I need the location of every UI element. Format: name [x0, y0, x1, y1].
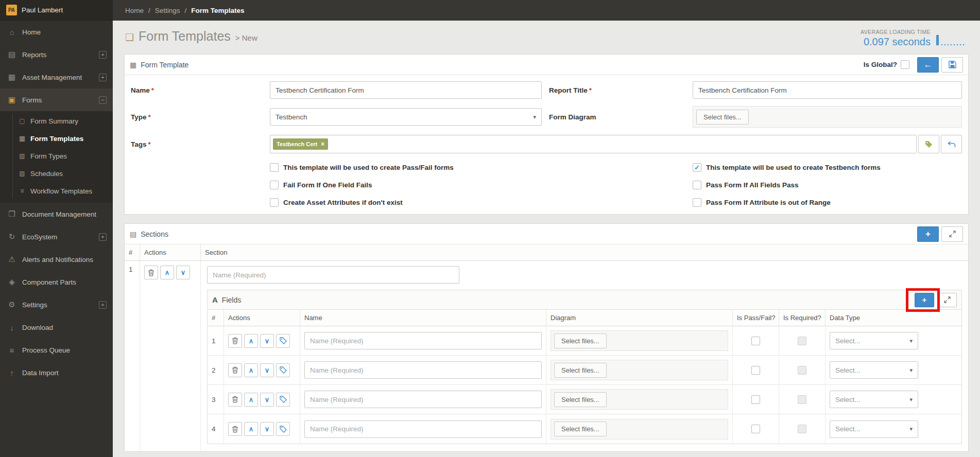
undo-button[interactable]: [941, 135, 962, 153]
sidebar-item-forms[interactable]: ▣ Forms −: [0, 89, 113, 111]
option-pass-form-all-fields[interactable]: Pass Form If All Fields Pass: [693, 181, 962, 189]
expand-icon[interactable]: +: [99, 74, 107, 81]
tags-input[interactable]: Testbench Cert ×: [270, 135, 917, 153]
sidebar-item-workflow-templates[interactable]: ≡ Workflow Templates: [0, 182, 113, 200]
select-files-button[interactable]: Select files...: [554, 363, 607, 378]
field-name-input[interactable]: [304, 420, 542, 438]
select-files-button[interactable]: Select files...: [554, 392, 607, 407]
move-section-up-button[interactable]: ∧: [160, 266, 174, 279]
sidebar-item-data-import[interactable]: ↑ Data Import: [0, 361, 113, 384]
move-field-up-button[interactable]: ∧: [244, 422, 258, 436]
move-field-down-button[interactable]: ∨: [260, 363, 274, 377]
is-global-checkbox[interactable]: [901, 60, 909, 69]
is-required-checkbox[interactable]: [798, 425, 806, 433]
name-field[interactable]: [270, 81, 542, 99]
sidebar-item-settings[interactable]: ⚙ Settings +: [0, 293, 113, 316]
breadcrumb-settings[interactable]: Settings: [155, 7, 180, 14]
expand-fields-button[interactable]: [937, 293, 957, 307]
manage-tags-button[interactable]: [918, 135, 939, 153]
is-required-checkbox[interactable]: [798, 366, 806, 375]
field-name-input[interactable]: [304, 361, 542, 379]
data-type-value: Select...: [835, 337, 861, 345]
option-label: Fail Form If One Field Fails: [283, 181, 372, 189]
data-type-value: Select...: [835, 366, 861, 374]
is-pass-fail-checkbox[interactable]: [751, 337, 760, 345]
checkbox[interactable]: [270, 163, 279, 172]
sidebar-item-ecosystem[interactable]: ↻ EcoSystem +: [0, 225, 113, 248]
move-field-up-button[interactable]: ∧: [244, 334, 258, 348]
gear-icon: ⚙: [7, 300, 16, 309]
user-menu[interactable]: PA Paul Lambert: [0, 0, 113, 21]
delete-field-button[interactable]: [228, 422, 242, 436]
delete-section-button[interactable]: [144, 266, 158, 279]
section-name-input[interactable]: [207, 266, 459, 284]
move-field-down-button[interactable]: ∨: [260, 393, 274, 407]
sidebar-item-component-parts[interactable]: ◈ Component Parts: [0, 271, 113, 293]
save-button[interactable]: [941, 57, 963, 73]
select-files-button[interactable]: Select files...: [554, 421, 607, 436]
data-type-dropdown[interactable]: Select...▾: [830, 361, 918, 379]
option-create-asset-attributes[interactable]: Create Asset Attributes if don't exist: [270, 198, 542, 207]
delete-field-button[interactable]: [228, 363, 242, 377]
option-fail-form-one-field[interactable]: Fail Form If One Field Fails: [270, 181, 542, 189]
sidebar-item-document-management[interactable]: ❐ Document Management: [0, 203, 113, 225]
sidebar-item-download[interactable]: ↓ Download: [0, 316, 113, 339]
select-files-button[interactable]: Select files...: [696, 110, 749, 125]
is-pass-fail-checkbox[interactable]: [751, 366, 760, 375]
move-section-down-button[interactable]: ∨: [176, 266, 190, 279]
data-type-dropdown[interactable]: Select...▾: [830, 420, 918, 438]
select-files-button[interactable]: Select files...: [554, 333, 607, 348]
tag-remove-icon[interactable]: ×: [321, 140, 324, 148]
expand-sections-button[interactable]: [941, 226, 963, 242]
is-pass-fail-checkbox[interactable]: [751, 395, 760, 404]
option-testbench-forms[interactable]: This template will be used to create Tes…: [693, 163, 962, 172]
checkbox[interactable]: [693, 163, 701, 172]
data-type-dropdown[interactable]: Select...▾: [830, 332, 918, 349]
expand-icon[interactable]: +: [99, 51, 107, 59]
collapse-icon[interactable]: −: [99, 96, 107, 104]
data-type-dropdown[interactable]: Select...▾: [830, 391, 918, 408]
checkbox[interactable]: [693, 198, 701, 207]
sidebar-item-process-queue[interactable]: ≡ Process Queue: [0, 339, 113, 361]
chevron-down-icon: ∨: [181, 269, 186, 276]
data-type-value: Select...: [835, 396, 861, 403]
is-pass-fail-checkbox[interactable]: [751, 425, 760, 433]
move-field-up-button[interactable]: ∧: [244, 363, 258, 377]
tag-chip[interactable]: Testbench Cert ×: [273, 138, 328, 150]
back-button[interactable]: ←: [917, 57, 939, 73]
expand-icon[interactable]: +: [99, 233, 107, 241]
sidebar-item-schedules[interactable]: ▨ Schedules: [0, 165, 113, 182]
add-field-button[interactable]: +: [915, 293, 934, 307]
sidebar-item-home[interactable]: ⌂ Home: [0, 21, 113, 43]
report-title-field[interactable]: [693, 81, 962, 99]
delete-field-button[interactable]: [228, 334, 242, 348]
breadcrumb-home[interactable]: Home: [125, 7, 144, 14]
add-section-button[interactable]: +: [917, 226, 939, 242]
is-required-checkbox[interactable]: [798, 337, 806, 345]
checkbox[interactable]: [270, 181, 279, 189]
sidebar-item-alerts-and-notifications[interactable]: ⚠ Alerts and Notifications: [0, 248, 113, 271]
delete-field-button[interactable]: [228, 393, 242, 407]
field-attributes-button[interactable]: [276, 363, 290, 377]
sidebar-item-reports[interactable]: ▤ Reports +: [0, 43, 113, 66]
sidebar-item-form-summary[interactable]: ▢ Form Summary: [0, 112, 113, 130]
move-field-up-button[interactable]: ∧: [244, 393, 258, 407]
field-attributes-button[interactable]: [276, 334, 290, 348]
option-pass-form-attribute-range[interactable]: Pass Form If Attribute is out of Range: [693, 198, 962, 207]
field-attributes-button[interactable]: [276, 422, 290, 436]
checkbox[interactable]: [270, 198, 279, 207]
sidebar-item-label: Component Parts: [22, 278, 76, 286]
field-name-input[interactable]: [304, 332, 542, 349]
sidebar-item-form-types[interactable]: ▧ Form Types: [0, 147, 113, 165]
expand-icon[interactable]: +: [99, 301, 107, 309]
checkbox[interactable]: [693, 181, 701, 189]
sidebar-item-form-templates[interactable]: ▥ Form Templates: [0, 130, 113, 147]
field-attributes-button[interactable]: [276, 393, 290, 407]
is-required-checkbox[interactable]: [798, 395, 806, 404]
type-dropdown[interactable]: Testbench ▾: [270, 108, 542, 126]
move-field-down-button[interactable]: ∨: [260, 334, 274, 348]
move-field-down-button[interactable]: ∨: [260, 422, 274, 436]
option-pass-fail-forms[interactable]: This template will be used to create Pas…: [270, 163, 542, 172]
sidebar-item-asset-management[interactable]: ▦ Asset Management +: [0, 66, 113, 89]
field-name-input[interactable]: [304, 391, 542, 408]
